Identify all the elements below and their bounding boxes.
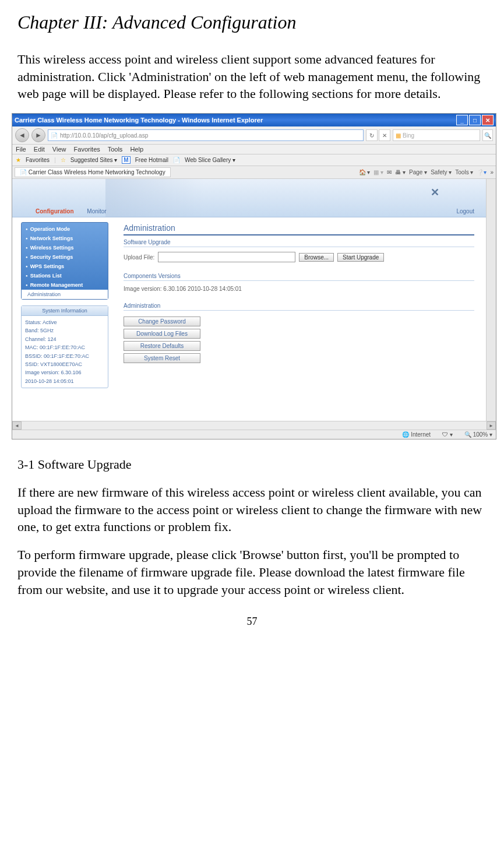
nav-security-settings[interactable]: ●Security Settings bbox=[23, 252, 106, 262]
banner-tab-monitor[interactable]: Monitor bbox=[87, 208, 106, 214]
brand-x-icon: ✕ bbox=[431, 186, 439, 199]
sysinfo-bssid: BSSID: 00:1F:1F:EE:70:AC bbox=[25, 352, 104, 360]
vertical-scrollbar[interactable] bbox=[486, 179, 496, 421]
sysinfo-band: Band: 5GHz bbox=[25, 326, 104, 335]
change-password-button[interactable]: Change Password bbox=[124, 317, 200, 326]
menu-view[interactable]: View bbox=[52, 146, 66, 153]
page-banner: ✕ Configuration Monitor Logout bbox=[12, 179, 486, 217]
back-button[interactable]: ◄ bbox=[15, 128, 29, 142]
software-upgrade-heading: Software Upgrade bbox=[124, 239, 474, 247]
section-title: 3-1 Software Upgrade bbox=[17, 457, 487, 472]
nav-remote-management[interactable]: ●Remote Management bbox=[23, 280, 106, 290]
status-internet: Internet bbox=[411, 431, 431, 438]
sysinfo-date: 2010-10-28 14:05:01 bbox=[25, 377, 104, 385]
window-title: Carrier Class Wireless Home Networking T… bbox=[15, 117, 263, 124]
sysinfo-ssid: SSID: VXT1800EE70AC bbox=[25, 360, 104, 368]
address-bar[interactable]: 📄 http://10.0.0.10/ap/cfg_upload.asp bbox=[48, 129, 364, 141]
start-upgrade-button[interactable]: Start Upgrade bbox=[337, 253, 384, 262]
upload-file-input[interactable] bbox=[158, 252, 295, 262]
minimize-button[interactable]: _ bbox=[456, 115, 468, 125]
banner-tab-configuration[interactable]: Configuration bbox=[36, 208, 74, 214]
browse-button[interactable]: Browse... bbox=[299, 253, 334, 262]
browser-tab[interactable]: 📄 Carrier Class Wireless Home Networking… bbox=[15, 167, 171, 177]
page-number: 57 bbox=[17, 616, 487, 628]
page-icon: 📄 bbox=[51, 132, 58, 139]
url-text: http://10.0.0.10/ap/cfg_upload.asp bbox=[60, 132, 148, 139]
menu-edit[interactable]: Edit bbox=[34, 146, 45, 153]
favorites-star-icon[interactable]: ★ bbox=[16, 157, 21, 163]
menu-file[interactable]: File bbox=[16, 146, 26, 153]
forward-button[interactable]: ► bbox=[31, 128, 45, 142]
intro-text: This wireless access point and wireless … bbox=[17, 51, 487, 103]
hotmail-icon: M bbox=[122, 156, 130, 164]
maximize-button[interactable]: □ bbox=[469, 115, 481, 125]
menu-tools[interactable]: Tools bbox=[108, 146, 123, 153]
favorites-label[interactable]: Favorites bbox=[26, 157, 50, 163]
tab-icon: 📄 bbox=[20, 169, 27, 175]
nav-stations-list[interactable]: ●Stations List bbox=[23, 271, 106, 280]
nav-menu: ●Operation Mode ●Network Settings ●Wirel… bbox=[21, 222, 108, 300]
mail-icon[interactable]: ✉ bbox=[387, 169, 392, 175]
nav-wps-settings[interactable]: ●WPS Settings bbox=[23, 262, 106, 271]
sysinfo-image: Image version: 6.30.106 bbox=[25, 368, 104, 377]
sysinfo-status: Status: Active bbox=[25, 318, 104, 326]
search-box[interactable]: ▦ Bing bbox=[393, 129, 480, 141]
restore-defaults-button[interactable]: Restore Defaults bbox=[124, 341, 200, 351]
bing-icon: ▦ bbox=[396, 132, 401, 139]
fav-suggested[interactable]: Suggested Sites ▾ bbox=[71, 157, 118, 163]
toolbar-page[interactable]: Page ▾ bbox=[409, 169, 427, 175]
content-title: Administration bbox=[124, 223, 474, 235]
download-log-files-button[interactable]: Download Log Files bbox=[124, 329, 200, 339]
zoom-control[interactable]: 🔍 100% ▾ bbox=[464, 431, 492, 438]
system-info-title: System Information bbox=[22, 306, 108, 316]
system-info-panel: System Information Status: Active Band: … bbox=[21, 305, 108, 388]
fav-hotmail[interactable]: Free Hotmail bbox=[135, 157, 168, 163]
system-reset-button[interactable]: System Reset bbox=[124, 353, 200, 363]
close-button[interactable]: ✕ bbox=[482, 115, 494, 125]
browser-screenshot: Carrier Class Wireless Home Networking T… bbox=[12, 113, 496, 439]
upload-file-label: Upload File: bbox=[124, 254, 154, 261]
nav-network-settings[interactable]: ●Network Settings bbox=[23, 234, 106, 243]
chapter-title: Chapter III: Advanced Configuration bbox=[17, 12, 487, 33]
expand-icon[interactable]: » bbox=[490, 169, 494, 175]
components-versions-heading: Components Versions bbox=[124, 273, 474, 281]
feed-icon[interactable]: ▦ ▾ bbox=[373, 169, 383, 175]
administration-sub-heading: Administration bbox=[124, 303, 474, 311]
tab-label: Carrier Class Wireless Home Networking T… bbox=[29, 169, 165, 175]
window-titlebar: Carrier Class Wireless Home Networking T… bbox=[12, 114, 496, 126]
webslice-icon: 📄 bbox=[173, 157, 180, 163]
paragraph-2: To perform firmware upgrade, please clic… bbox=[17, 546, 487, 598]
nav-wireless-settings[interactable]: ●Wireless Settings bbox=[23, 243, 106, 252]
menu-help[interactable]: Help bbox=[130, 146, 143, 153]
menu-bar: File Edit View Favorites Tools Help bbox=[12, 145, 496, 154]
logout-link[interactable]: Logout bbox=[456, 208, 474, 214]
search-placeholder: Bing bbox=[403, 132, 414, 139]
protected-mode-icon[interactable]: 🛡 ▾ bbox=[442, 431, 453, 438]
sysinfo-channel: Channel: 124 bbox=[25, 335, 104, 343]
fav-star-icon: ☆ bbox=[61, 157, 66, 163]
nav-administration[interactable]: Administration bbox=[22, 290, 108, 299]
image-version-text: Image version: 6.30.106 2010-10-28 14:05… bbox=[124, 286, 474, 292]
menu-favorites[interactable]: Favorites bbox=[74, 146, 100, 153]
horizontal-scrollbar[interactable]: ◄ ► bbox=[12, 421, 496, 430]
refresh-icon[interactable]: ↻ bbox=[366, 129, 378, 141]
globe-icon: 🌐 bbox=[402, 431, 409, 438]
home-icon[interactable]: 🏠 ▾ bbox=[359, 169, 371, 175]
help-icon[interactable]: ❔▾ bbox=[477, 169, 487, 175]
toolbar-tools[interactable]: Tools ▾ bbox=[455, 169, 473, 175]
print-icon[interactable]: 🖶 ▾ bbox=[395, 169, 406, 175]
toolbar-safety[interactable]: Safety ▾ bbox=[431, 169, 452, 175]
stop-icon[interactable]: ✕ bbox=[379, 129, 390, 141]
search-go-icon[interactable]: 🔍 bbox=[482, 129, 493, 141]
fav-webslice[interactable]: Web Slice Gallery ▾ bbox=[185, 157, 235, 163]
nav-operation-mode[interactable]: ●Operation Mode bbox=[23, 224, 106, 234]
paragraph-1: If there are new firmware of this wirele… bbox=[17, 484, 487, 536]
sysinfo-mac: MAC: 00:1F:1F:EE:70:AC bbox=[25, 343, 104, 351]
